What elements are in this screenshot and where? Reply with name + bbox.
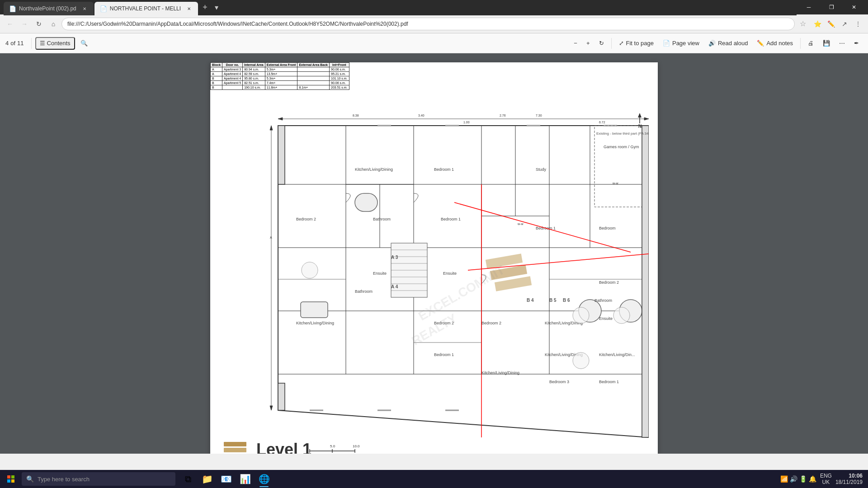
tab-2-label: NORTHVALE POINT - MELLI [110,5,181,12]
taskbar-search-bar[interactable]: 🔍 Type here to search [22,472,175,486]
tab-2-close[interactable]: ✕ [185,5,193,12]
block-label-b6: B 6 [563,298,570,303]
room-label-kitchen-b6: Kitchen/Living/Din... [599,352,635,357]
refresh-button[interactable]: ↻ [33,18,45,30]
table-header-door: Door no. [222,63,243,67]
start-button[interactable] [2,470,20,488]
page-info: 4 of 11 [5,40,24,47]
zoom-in-button[interactable]: + [583,37,594,50]
pdf-toolbar: 4 of 11 ☰ Contents 🔍 − + ↻ ⤢ Fit to page… [0,33,868,53]
system-time: 10:06 [835,473,863,479]
north-arrow-group: N [638,113,642,129]
page-of: of [10,40,15,47]
dim-horizontal-3: 2.76 [500,114,506,117]
svg-rect-38 [278,383,285,410]
toolbar-divider-1 [31,38,32,49]
search-button[interactable]: 🔍 [77,37,91,50]
pdf-content-area[interactable]: Block Door no. Internal Area External Ar… [0,53,868,454]
web-note-icon[interactable]: ✏️ [825,18,837,30]
zoom-out-button[interactable]: − [570,37,581,50]
room-label-bedroom-b2: Bedroom [599,226,616,230]
dim-horizontal-2: 3.40 [418,114,425,117]
restore-button[interactable]: ❐ [821,0,842,14]
svg-rect-63 [224,442,246,446]
table-row: AApartment 380.94 s.m.5.3m+90.06 s.m. [211,67,349,72]
minimize-button[interactable]: ─ [798,0,819,14]
svg-rect-66 [7,479,10,483]
outlook-button[interactable]: 📧 [217,470,235,488]
more-tools-button[interactable]: ⋯ [835,37,849,50]
taskbar-search-icon: 🔍 [26,475,34,483]
back-button[interactable]: ← [4,18,16,30]
draw-button[interactable]: ✒ [850,37,863,50]
notification-icon[interactable]: 🔔 [809,475,816,483]
fit-page-icon: ⤢ [619,40,624,47]
room-label-bedroom-2-a: Bedroom 2 [296,217,316,221]
browser-toolbar-icons: ⭐ ✏️ ↗ ⋮ [811,18,864,30]
url-bar[interactable] [61,18,795,30]
add-notes-button[interactable]: ✏️ Add notes [753,37,797,50]
level-title: Level 1 [256,440,311,454]
more-tabs-button[interactable]: ▾ [212,1,221,14]
chrome-button[interactable]: 🌐 [255,470,273,488]
room-label-study: Study [536,167,547,172]
svg-rect-62 [224,448,246,452]
fit-page-label: Fit to page [626,40,654,47]
room-label-bathroom-a4: Bathroom [355,289,373,294]
region-code: UK [820,479,832,485]
print-button[interactable]: 🖨 [804,37,817,50]
table-row: BApartment 582.51 s.m.7.4m+90.06 s.m. [211,81,349,85]
dim-6.72: 6.72 [599,121,605,124]
language-indicator: ENG UK [820,473,832,485]
file-explorer-icon: 📁 [202,474,213,484]
read-aloud-icon: 🔊 [708,40,716,47]
fit-to-page-button[interactable]: ⤢ Fit to page [615,37,657,50]
add-notes-label: Add notes [766,40,793,47]
rotate-button[interactable]: ↻ [595,37,608,50]
system-clock[interactable]: 10:06 18/11/2019 [835,473,863,485]
svg-rect-23 [301,302,328,318]
dim-w-w-2: w-w [517,222,524,225]
room-label-bedroom2-a4b: Bedroom 2 [481,321,501,325]
print-icon: 🖨 [808,40,814,47]
room-label-bedroom2-b: Bedroom 2 [599,280,619,285]
bookmark-button[interactable]: ☆ [797,18,809,30]
page-view-button[interactable]: 📄 Page view [659,37,703,50]
svg-marker-0 [278,126,649,437]
close-button[interactable]: ✕ [844,0,864,14]
table-header-internal: Internal Area [243,63,265,67]
file-explorer-button[interactable]: 📁 [198,470,216,488]
network-icon[interactable]: 📶 [780,475,788,483]
favorites-icon[interactable]: ⭐ [811,18,824,30]
task-view-button[interactable]: ⧉ [179,470,197,488]
share-icon[interactable]: ↗ [838,18,851,30]
room-label-kitchen-a4: Kitchen/Living/Dining [296,321,334,325]
forward-button[interactable]: → [18,18,31,30]
room-label-bedroom1-b5: Bedroom 1 [599,380,619,384]
read-aloud-button[interactable]: 🔊 Read aloud [705,37,752,50]
more-tools-icon[interactable]: ⋮ [852,18,864,30]
tab-northvalepoint-pdf[interactable]: 📄 NorthvalePoint (002).pd ✕ [4,2,94,15]
dim-horizontal-1: 8.38 [353,114,359,117]
save-button[interactable]: 💾 [819,37,834,50]
tab-1-close[interactable]: ✕ [81,5,88,12]
table-row: BApartment 495.80 s.m.5.3m+101.10 s.m. [211,76,349,81]
battery-icon[interactable]: 🔋 [799,475,807,483]
contents-button[interactable]: ☰ Contents [35,37,75,50]
volume-icon[interactable]: 🔊 [790,475,797,483]
svg-rect-67 [11,479,14,483]
page-view-label: Page view [672,40,699,47]
svg-marker-52 [638,113,642,117]
accessibility-symbol-3 [613,307,630,324]
excel-button[interactable]: 📊 [236,470,254,488]
home-button[interactable]: ⌂ [47,18,60,30]
rotate-icon: ↻ [599,40,604,47]
system-tray: 📶 🔊 🔋 🔔 ENG UK 10:06 18/11/2019 [780,473,866,485]
tab-northvale-point-melli[interactable]: 📄 NORTHVALE POINT - MELLI ✕ [94,2,198,15]
new-tab-button[interactable]: + [199,1,211,14]
address-bar: ← → ↻ ⌂ ☆ ⭐ ✏️ ↗ ⋮ [0,14,868,33]
svg-marker-41 [278,117,283,120]
table-row: B190.10 s.m.11.6m+8.1m+203.51 s.m. [211,85,349,90]
table-row: AApartment 482.59 s.m.13.5m+95.21 s.m. [211,72,349,76]
room-label-games-room: Games room / Gym [604,145,639,149]
